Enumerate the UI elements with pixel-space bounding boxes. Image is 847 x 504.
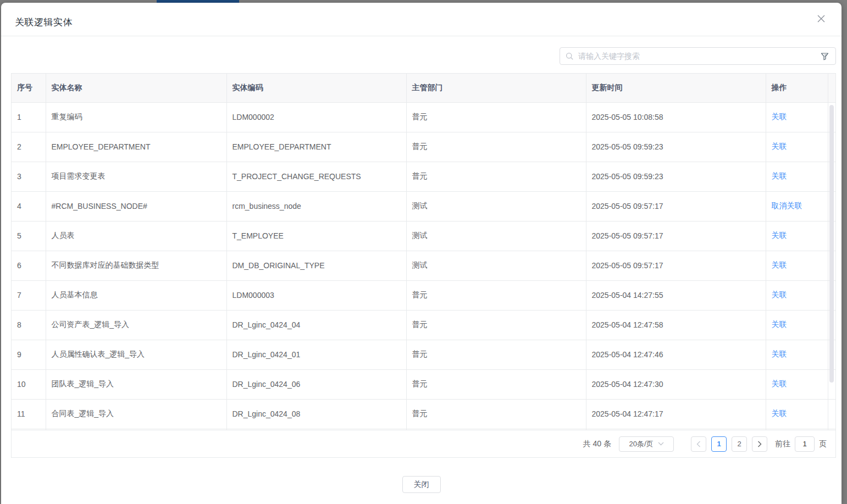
table-header-row: 序号 实体名称 实体编码 主管部门 更新时间 操作 [12,74,835,102]
cell-dept: 普元 [406,280,586,310]
cell-name: #RCM_BUSINESS_NODE# [46,191,226,221]
table-row: 5 人员表 T_EMPLOYEE 测试 2025-05-05 09:57:17 … [12,221,835,251]
next-page-button[interactable] [752,436,767,452]
cell-code: DR_Lginc_0424_04 [226,310,406,340]
table-row: 4 #RCM_BUSINESS_NODE# rcm_business_node … [12,191,835,221]
dialog-footer: 关闭 [1,476,842,493]
cell-index: 10 [12,369,46,399]
cell-index: 1 [12,102,46,132]
associate-entity-dialog: 关联逻辑实体 [1,3,842,504]
cell-gutter [828,399,835,429]
goto-page-group: 前往 页 [775,436,827,452]
action-link[interactable]: 关联 [772,142,787,151]
cell-action: 关联 [766,221,828,251]
cell-dept: 测试 [406,251,586,280]
cell-dept: 普元 [406,162,586,191]
cell-name: 不同数据库对应的基础数据类型 [46,251,226,280]
cell-name: 人员基本信息 [46,280,226,310]
action-link[interactable]: 关联 [772,112,787,121]
action-link[interactable]: 取消关联 [772,201,802,210]
cell-dept: 普元 [406,399,586,429]
cell-code: DR_Lginc_0424_08 [226,399,406,429]
cell-name: 公司资产表_逻辑_导入 [46,310,226,340]
action-link[interactable]: 关联 [772,320,787,329]
cell-action: 关联 [766,162,828,191]
chevron-right-icon [757,441,762,447]
cell-updated: 2025-05-04 12:47:58 [586,310,766,340]
chevron-left-icon [696,441,701,447]
action-link[interactable]: 关联 [772,409,787,418]
pagination-bar: 共 40 条 20条/页 1 2 前往 [12,430,835,457]
cell-action: 关联 [766,251,828,280]
cell-updated: 2025-05-04 12:47:17 [586,399,766,429]
action-link[interactable]: 关联 [772,231,787,240]
table-row: 1 重复编码 LDM000002 普元 2025-05-05 10:08:58 … [12,102,835,132]
close-dialog-button[interactable]: 关闭 [402,476,441,493]
page-size-select[interactable]: 20条/页 [619,436,674,452]
cell-updated: 2025-05-05 09:59:23 [586,162,766,191]
chevron-down-icon [658,442,664,446]
table-row: 11 合同表_逻辑_导入 DR_Lginc_0424_08 普元 2025-05… [12,399,835,429]
cell-index: 5 [12,221,46,251]
page-button-2[interactable]: 2 [732,436,747,452]
search-icon [566,52,574,60]
table-scrollbar[interactable] [829,105,834,383]
goto-label: 前往 [775,439,790,449]
table-row: 2 EMPLOYEE_DEPARTMENT EMPLOYEE_DEPARTMEN… [12,132,835,162]
cell-dept: 普元 [406,132,586,162]
close-icon[interactable] [813,10,829,27]
table-row: 6 不同数据库对应的基础数据类型 DM_DB_ORIGINAL_TYPE 测试 … [12,251,835,280]
col-header-index: 序号 [12,74,46,102]
cell-action: 取消关联 [766,191,828,221]
cell-dept: 普元 [406,310,586,340]
cell-updated: 2025-05-05 10:08:58 [586,102,766,132]
cell-dept: 测试 [406,191,586,221]
cell-code: LDM000003 [226,280,406,310]
cell-name: 人员表 [46,221,226,251]
cell-updated: 2025-05-05 09:57:17 [586,251,766,280]
action-link[interactable]: 关联 [772,261,787,269]
cell-updated: 2025-05-05 09:57:17 [586,221,766,251]
table-body: 1 重复编码 LDM000002 普元 2025-05-05 10:08:58 … [12,102,835,431]
table-row: 3 项目需求变更表 T_PROJECT_CHANGE_REQUESTS 普元 2… [12,162,835,191]
cell-index: 7 [12,280,46,310]
action-link[interactable]: 关联 [772,171,787,180]
cell-name: 合同表_逻辑_导入 [46,399,226,429]
cell-dept: 普元 [406,369,586,399]
prev-page-button[interactable] [691,436,706,452]
goto-page-input[interactable] [795,436,815,452]
cell-action: 关联 [766,340,828,369]
cell-code: rcm_business_node [226,191,406,221]
table-row: 9 人员属性确认表_逻辑_导入 DR_Lginc_0424_01 普元 2025… [12,340,835,369]
cell-code: LDM000002 [226,102,406,132]
cell-action: 关联 [766,102,828,132]
action-link[interactable]: 关联 [772,350,787,358]
action-link[interactable]: 关联 [772,379,787,388]
cell-index: 11 [12,399,46,429]
cell-index: 2 [12,132,46,162]
col-header-code: 实体编码 [226,74,406,102]
cell-updated: 2025-05-05 09:57:17 [586,191,766,221]
cell-code: T_EMPLOYEE [226,221,406,251]
cell-index: 8 [12,310,46,340]
action-link[interactable]: 关联 [772,290,787,299]
filter-icon[interactable] [820,51,830,62]
cell-index: 6 [12,251,46,280]
page-button-1[interactable]: 1 [711,436,727,452]
cell-updated: 2025-05-04 14:27:55 [586,280,766,310]
cell-code: DR_Lginc_0424_06 [226,369,406,399]
table-toolbar [1,36,842,65]
cell-updated: 2025-05-04 12:47:46 [586,340,766,369]
entity-table-container: 序号 实体名称 实体编码 主管部门 更新时间 操作 1 重复编码 LDM0000… [11,73,836,458]
cell-updated: 2025-05-04 12:47:30 [586,369,766,399]
cell-action: 关联 [766,132,828,162]
cell-action: 关联 [766,310,828,340]
cell-code: EMPLOYEE_DEPARTMENT [226,132,406,162]
cell-index: 3 [12,162,46,191]
search-input[interactable] [578,48,820,64]
dialog-title: 关联逻辑实体 [15,16,73,29]
cell-code: DR_Lginc_0424_01 [226,340,406,369]
cell-code: DM_DB_ORIGINAL_TYPE [226,251,406,280]
keyword-search [560,47,836,65]
col-header-updated: 更新时间 [586,74,766,102]
